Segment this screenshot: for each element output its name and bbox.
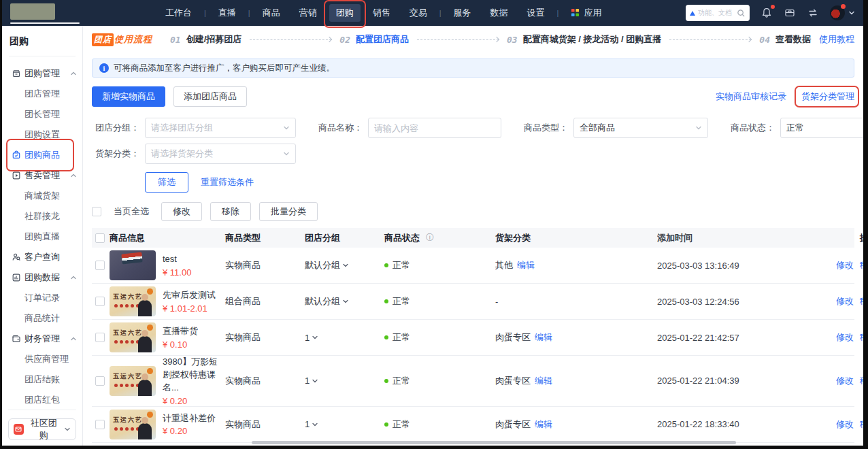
sidebar-subitem[interactable]: 团购设置 (2, 124, 82, 145)
sidebar-item[interactable]: 团购管理 (2, 63, 82, 84)
sidebar-subitem-label: 商城货架 (24, 190, 60, 202)
product-name-field: 商品名称： (315, 118, 501, 138)
select-all-checkbox[interactable] (92, 207, 101, 216)
sidebar-subitem[interactable]: 商品统计 (2, 308, 82, 329)
topnav-item[interactable]: 直播 (212, 4, 243, 22)
chevron-up-icon[interactable] (70, 70, 77, 77)
header-checkbox[interactable] (95, 233, 105, 243)
sidebar-subitem[interactable]: 团店管理 (2, 84, 82, 104)
sidebar-subitem[interactable]: 团长管理 (2, 104, 82, 124)
product-type-cell: 组合商品 (225, 295, 305, 307)
product-type-field: 商品类型： 全部商品 (520, 118, 708, 138)
row-action-remove-link[interactable]: 移除 (860, 376, 863, 386)
topnav-item[interactable]: 团购 (329, 4, 361, 22)
row-checkbox[interactable] (95, 297, 105, 306)
chevron-up-icon[interactable] (70, 172, 77, 179)
product-thumbnail: 五运六艺 (110, 322, 156, 352)
batch-classify-button[interactable]: 批量分类 (259, 202, 318, 221)
sidebar-subitem[interactable]: 订单记录 (2, 288, 82, 308)
row-action-remove-link[interactable]: 移除 (860, 260, 863, 270)
sidebar-item[interactable]: 财务管理 (2, 329, 82, 349)
store-group-value: 默认分组 (305, 295, 340, 307)
topnav-item[interactable]: 数据 (484, 4, 515, 22)
user-avatar[interactable] (830, 5, 855, 20)
product-type-select[interactable]: 全部商品 (573, 118, 708, 138)
sidebar-subitem[interactable]: 社群接龙 (2, 206, 82, 227)
sidebar-subitem[interactable]: 供应商管理 (2, 349, 82, 369)
global-search-input[interactable]: 功能、文档 (686, 5, 750, 21)
row-action-edit-link[interactable]: 修改 (836, 332, 854, 342)
row-action-remove-link[interactable]: 移除 (860, 332, 863, 342)
batch-edit-button[interactable]: 修改 (161, 202, 202, 221)
sidebar-subitem[interactable]: 商城货架 (2, 186, 82, 206)
chevron-down-icon[interactable] (342, 262, 349, 269)
topnav-item[interactable]: 销售 (366, 4, 397, 22)
batch-remove-button[interactable]: 移除 (210, 202, 251, 221)
review-records-link[interactable]: 实物商品审核记录 (716, 90, 786, 103)
sidebar-subitem[interactable]: 团购直播 (2, 227, 82, 247)
horizontal-scrollbar[interactable] (252, 441, 736, 444)
notifications-bell-icon[interactable] (761, 7, 773, 19)
row-checkbox[interactable] (95, 261, 105, 270)
add-store-product-button[interactable]: 添加团店商品 (173, 86, 247, 107)
chevron-down-icon[interactable] (312, 378, 318, 384)
topnav-item-label: 直播 (218, 7, 236, 19)
sidebar-item[interactable]: 客户查询 (2, 247, 82, 267)
sidebar-item[interactable]: 售卖管理 (2, 165, 82, 186)
row-action-edit-link[interactable]: 修改 (836, 296, 854, 306)
sidebar-subitem[interactable]: 团店红包 (2, 390, 82, 410)
row-checkbox[interactable] (95, 420, 105, 429)
switch-arrows-icon[interactable] (807, 7, 819, 19)
filter-button[interactable]: 筛选 (145, 172, 188, 193)
shelf-category-manage-link[interactable]: 货架分类管理 (801, 90, 854, 103)
product-type-cell: 实物商品 (225, 375, 305, 387)
row-action-remove-link[interactable]: 移除 (860, 296, 863, 306)
row-action-remove-link[interactable]: 移除 (860, 419, 863, 429)
thumbnail-graphic (138, 336, 152, 352)
row-action-edit-link[interactable]: 修改 (836, 376, 854, 386)
row-checkbox[interactable] (95, 376, 105, 386)
topnav-item[interactable]: 商品 (256, 4, 287, 22)
sidebar-subitem[interactable]: 团店结账 (2, 369, 82, 390)
shelf-edit-link[interactable]: 编辑 (535, 376, 552, 386)
divider (9, 56, 76, 56)
topnav-item[interactable]: 服务 (447, 4, 478, 22)
chevron-down-icon[interactable] (342, 298, 349, 305)
product-info-cell: 五运六艺计重退补差价¥ 0.20 (110, 410, 225, 439)
shelf-category-select[interactable]: 请选择货架分类 (145, 144, 296, 164)
logo-image (10, 3, 55, 20)
tutorial-link[interactable]: 使用教程 (819, 33, 854, 46)
product-status-select[interactable]: 正常 (780, 118, 863, 138)
chevron-down-icon[interactable] (312, 334, 318, 341)
add-physical-product-button[interactable]: 新增实物商品 (92, 86, 165, 107)
shelf-edit-link[interactable]: 编辑 (517, 260, 535, 270)
product-text: 直播带货¥ 0.10 (163, 325, 198, 350)
store-group-value: 1 (305, 376, 310, 386)
row-checkbox-cell (92, 420, 110, 429)
shelf-edit-link[interactable]: 编辑 (535, 419, 552, 429)
chevron-up-icon[interactable] (70, 274, 77, 281)
workbench-box-icon[interactable] (784, 7, 796, 19)
reset-filters-link[interactable]: 重置筛选条件 (201, 176, 254, 188)
product-name-input[interactable] (374, 123, 495, 133)
topnav-item[interactable]: 设置 (520, 4, 552, 22)
row-checkbox[interactable] (95, 333, 105, 342)
sidebar-item[interactable]: 团购商品 (2, 145, 82, 165)
content-area: i 可将商品添加至客户进行推广，客户购买后即可产生业绩。 新增实物商品 添加团店… (83, 59, 863, 446)
store-group-cell: 默认分组 (305, 259, 384, 271)
chevron-down-icon[interactable] (312, 421, 318, 428)
row-action-edit-link[interactable]: 修改 (836, 419, 854, 429)
app-switcher-button[interactable]: 社区团购 (8, 418, 76, 440)
sidebar-item[interactable]: 团购数据 (2, 267, 82, 288)
topnav-item[interactable]: 工作台 (158, 4, 199, 22)
topnav-item[interactable]: 交易 (403, 4, 434, 22)
store-group-select[interactable]: 请选择团店分组 (145, 118, 296, 138)
topnav-item[interactable]: 营销 (293, 4, 324, 22)
shelf-edit-link[interactable]: 编辑 (535, 332, 552, 342)
chevron-up-icon[interactable] (70, 335, 77, 342)
shelf-category-cell: 肉蛋专区编辑 (495, 331, 657, 344)
topnav-item[interactable]: 应用 (564, 4, 608, 22)
actions-links: 实物商品审核记录 货架分类管理 (716, 90, 854, 103)
status-info-icon[interactable]: ⓘ (426, 232, 434, 244)
row-action-edit-link[interactable]: 修改 (836, 260, 854, 270)
